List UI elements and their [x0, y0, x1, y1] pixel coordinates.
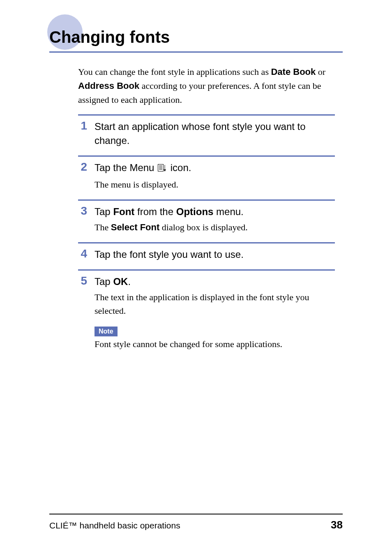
note-text: Font style cannot be changed for some ap… [95, 339, 335, 350]
svg-rect-0 [158, 164, 164, 171]
step-number: 1 [78, 120, 87, 132]
step-number: 3 [78, 205, 87, 218]
step-heading: Tap the Menu icon. [95, 161, 335, 176]
title-underline [49, 51, 343, 53]
page-footer: CLIÉ™ handheld basic operations 38 [49, 514, 343, 531]
menu-icon [158, 162, 167, 176]
step-heading: Tap OK. [95, 275, 335, 289]
note-label: Note [95, 327, 118, 336]
step-number: 4 [78, 248, 87, 260]
step-heading: Start an application whose font style yo… [95, 120, 335, 147]
page-header: Changing fonts [0, 0, 392, 53]
step-item: 2 Tap the Menu icon. The menu is display… [78, 155, 335, 199]
page-title: Changing fonts [49, 16, 392, 46]
footer-divider [49, 514, 343, 514]
step-heading: Tap the font style you want to use. [95, 248, 335, 262]
step-subtext: The text in the application is displayed… [95, 290, 335, 317]
svg-marker-6 [164, 169, 166, 171]
step-item: 3 Tap Font from the Options menu. The Se… [78, 199, 335, 242]
footer-title: CLIÉ™ handheld basic operations [49, 521, 180, 531]
step-number: 2 [78, 161, 87, 174]
intro-paragraph: You can change the font style in applica… [78, 65, 331, 107]
step-subtext: The menu is displayed. [95, 178, 335, 191]
page-number: 38 [331, 519, 343, 531]
steps-list: 1 Start an application whose font style … [78, 114, 335, 358]
step-item: 1 Start an application whose font style … [78, 114, 335, 155]
step-number: 5 [78, 275, 87, 287]
step-subtext: The Select Font dialog box is displayed. [95, 220, 335, 234]
step-heading: Tap Font from the Options menu. [95, 205, 335, 219]
step-item: 5 Tap OK. The text in the application is… [78, 269, 335, 358]
step-item: 4 Tap the font style you want to use. [78, 242, 335, 270]
